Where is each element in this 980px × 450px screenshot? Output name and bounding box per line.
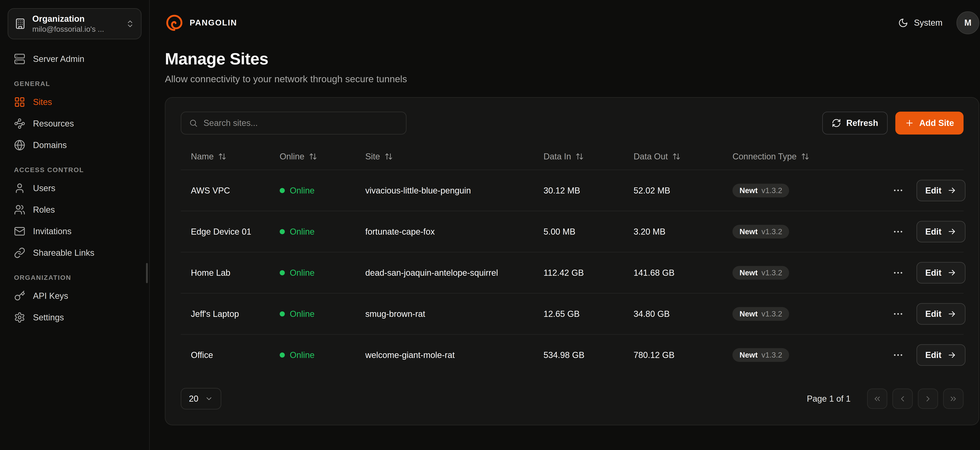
site-data-out-cell: 3.20 MB xyxy=(624,211,722,252)
sidebar-item-server-admin[interactable]: Server Admin xyxy=(8,48,142,70)
org-switcher[interactable]: Organization milo@fossorial.io's ... xyxy=(8,8,142,40)
edit-site-button[interactable]: Edit xyxy=(916,303,966,325)
connection-type-badge: Newt v1.3.2 xyxy=(732,307,789,321)
sidebar-item-api-keys[interactable]: API Keys xyxy=(8,285,142,307)
row-menu-button[interactable] xyxy=(890,223,906,240)
brand-name: PANGOLIN xyxy=(190,18,237,27)
next-page-button[interactable] xyxy=(918,388,938,409)
connection-type-name: Newt xyxy=(740,310,758,318)
page-size-select[interactable]: 20 xyxy=(181,388,221,409)
arrow-right-icon xyxy=(947,268,957,277)
mail-icon xyxy=(14,226,25,237)
topbar: PANGOLIN System M xyxy=(150,0,980,43)
edit-site-button[interactable]: Edit xyxy=(916,344,966,366)
first-page-button[interactable] xyxy=(867,388,888,409)
sites-table-head: Name Online Site Data In Data Out xyxy=(181,143,964,170)
connection-type-name: Newt xyxy=(740,351,758,359)
page-size-value: 20 xyxy=(189,394,199,404)
connection-type-badge: Newt v1.3.2 xyxy=(732,184,789,197)
online-status-dot xyxy=(280,188,285,193)
building-icon xyxy=(14,18,26,29)
sidebar-item-invitations[interactable]: Invitations xyxy=(8,220,142,242)
chevrons-up-down-icon xyxy=(126,19,134,28)
edit-button-label: Edit xyxy=(925,268,942,278)
column-header-site[interactable]: Site xyxy=(355,143,533,170)
table-row: Edge Device 01 Online fortunate-cape-fox… xyxy=(181,211,964,252)
sidebar-item-shareable-links[interactable]: Shareable Links xyxy=(8,242,142,264)
online-status-dot xyxy=(280,270,285,275)
sidebar-item-settings[interactable]: Settings xyxy=(8,307,142,328)
column-header-name[interactable]: Name xyxy=(181,143,269,170)
site-data-out-cell: 780.12 GB xyxy=(624,334,722,376)
site-slug-cell: welcome-giant-mole-rat xyxy=(355,334,533,376)
search-box[interactable] xyxy=(181,112,407,134)
site-name-cell: Edge Device 01 xyxy=(181,211,269,252)
sidebar-section-general: GENERAL xyxy=(8,70,142,91)
add-site-button-label: Add Site xyxy=(919,118,954,128)
row-menu-button[interactable] xyxy=(890,347,906,363)
site-slug-cell: fortunate-cape-fox xyxy=(355,211,533,252)
row-menu-button[interactable] xyxy=(890,182,906,199)
arrow-right-icon xyxy=(947,185,957,195)
site-slug-cell: smug-brown-rat xyxy=(355,293,533,334)
ellipsis-icon xyxy=(892,267,904,279)
column-header-data-out[interactable]: Data Out xyxy=(624,143,722,170)
search-icon xyxy=(189,119,198,127)
online-status-label: Online xyxy=(290,268,315,278)
site-data-in-cell: 30.12 MB xyxy=(533,170,624,211)
site-name-cell: Jeff's Laptop xyxy=(181,293,269,334)
site-data-out-cell: 52.02 MB xyxy=(624,170,722,211)
chevrons-right-icon xyxy=(949,395,958,403)
column-header-actions xyxy=(880,143,964,170)
avatar-initial: M xyxy=(964,18,971,28)
edit-site-button[interactable]: Edit xyxy=(916,262,966,284)
plus-icon xyxy=(905,118,914,128)
edit-site-button[interactable]: Edit xyxy=(916,221,966,242)
arrow-right-icon xyxy=(947,350,957,360)
sites-toolbar: Refresh Add Site xyxy=(181,112,964,134)
chevron-left-icon xyxy=(898,395,907,403)
previous-page-button[interactable] xyxy=(892,388,913,409)
site-connection-type-cell: Newt v1.3.2 xyxy=(722,252,880,293)
site-online-cell: Online xyxy=(269,211,355,252)
connection-type-name: Newt xyxy=(740,186,758,195)
site-name-cell: Office xyxy=(181,334,269,376)
last-page-button[interactable] xyxy=(943,388,964,409)
column-header-online[interactable]: Online xyxy=(269,143,355,170)
page-header: Manage Sites Allow connectivity to your … xyxy=(150,43,980,84)
refresh-button[interactable]: Refresh xyxy=(822,112,888,134)
sidebar-item-roles[interactable]: Roles xyxy=(8,199,142,220)
search-input[interactable] xyxy=(204,118,398,128)
table-footer: 20 Page 1 of 1 xyxy=(181,388,964,409)
users-icon xyxy=(14,204,25,215)
column-label: Data Out xyxy=(633,152,668,162)
sidebar-section-organization: ORGANIZATION xyxy=(8,264,142,285)
sidebar-item-domains[interactable]: Domains xyxy=(8,134,142,156)
row-menu-button[interactable] xyxy=(890,306,906,322)
sites-card: Refresh Add Site Name xyxy=(165,97,979,425)
sidebar-item-label: Server Admin xyxy=(33,54,84,64)
refresh-button-label: Refresh xyxy=(846,118,878,128)
sidebar-item-sites[interactable]: Sites xyxy=(8,91,142,113)
sidebar-item-users[interactable]: Users xyxy=(8,177,142,199)
add-site-button[interactable]: Add Site xyxy=(895,112,964,134)
site-data-out-cell: 34.80 GB xyxy=(624,293,722,334)
column-header-connection-type[interactable]: Connection Type xyxy=(722,143,880,170)
page-title: Manage Sites xyxy=(165,49,979,68)
topbar-right: System M xyxy=(898,11,979,34)
sidebar-item-resources[interactable]: Resources xyxy=(8,113,142,134)
row-menu-button[interactable] xyxy=(890,265,906,281)
edit-site-button[interactable]: Edit xyxy=(916,180,966,201)
server-icon xyxy=(14,53,25,65)
avatar[interactable]: M xyxy=(956,11,979,34)
sort-icon xyxy=(576,152,584,160)
pangolin-logo-icon xyxy=(165,13,184,32)
column-header-data-in[interactable]: Data In xyxy=(533,143,624,170)
connection-type-badge: Newt v1.3.2 xyxy=(732,266,789,280)
main-area: PANGOLIN System M Manage Sites Allow con… xyxy=(150,0,980,450)
online-status-dot xyxy=(280,352,285,358)
connection-type-version: v1.3.2 xyxy=(762,186,782,195)
sort-icon xyxy=(218,152,226,160)
sidebar-scrollbar-thumb[interactable] xyxy=(146,263,148,284)
theme-toggle[interactable]: System xyxy=(898,18,942,28)
